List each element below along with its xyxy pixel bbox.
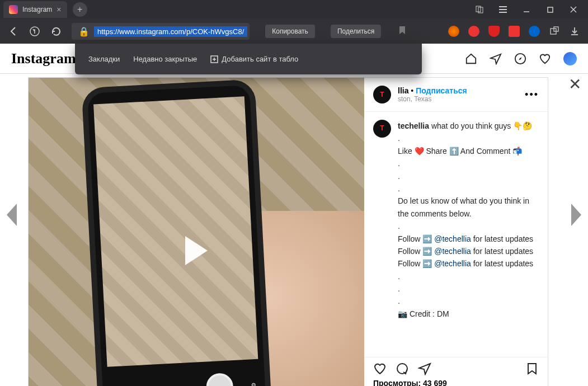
yandex-home-icon[interactable] xyxy=(29,26,40,37)
more-options-button[interactable]: ••• xyxy=(525,89,539,101)
tab-title: Instagram xyxy=(22,6,52,13)
explore-icon[interactable] xyxy=(514,53,526,65)
extension-icon-1[interactable] xyxy=(448,26,459,37)
home-icon[interactable] xyxy=(465,53,477,65)
page-content: Instagram ✕ ЗАМЕДЛЕННО ВИДЕО ⚙ xyxy=(0,44,588,386)
copy-url-button[interactable]: Копировать xyxy=(265,25,315,38)
svg-rect-6 xyxy=(548,7,553,12)
next-post-button[interactable] xyxy=(571,204,588,226)
post-caption: T techellia what do you think guys 👇🤔. L… xyxy=(364,112,548,357)
extension-icon-5[interactable] xyxy=(529,26,540,37)
post-header: T llia • Подписаться ston, Texas ••• xyxy=(364,78,548,112)
sidebar-toggle-icon[interactable] xyxy=(472,2,487,17)
post-sidebar: T llia • Подписаться ston, Texas ••• T t… xyxy=(364,78,548,386)
caption-username[interactable]: techellia xyxy=(398,121,429,130)
extensions-menu-icon[interactable] xyxy=(549,26,560,37)
author-avatar[interactable]: T xyxy=(373,86,391,103)
browser-toolbar: 🔒 https://www.instagram.com/p/COK-hWvgsC… xyxy=(0,19,588,44)
phone-graphic: ЗАМЕДЛЕННО ВИДЕО ⚙ xyxy=(82,79,272,386)
browser-tab[interactable]: Instagram × xyxy=(3,1,67,18)
post-media[interactable]: ЗАМЕДЛЕННО ВИДЕО ⚙ 🔇 xyxy=(29,78,364,386)
view-count[interactable]: Просмотры: 43 699 xyxy=(373,379,539,386)
post-actions: Просмотры: 43 699 2 ДНЕЙ НАЗАД xyxy=(364,357,548,386)
share-button[interactable] xyxy=(418,362,431,375)
close-tab-icon[interactable]: × xyxy=(57,5,61,14)
close-window-button[interactable] xyxy=(566,2,581,17)
profile-avatar[interactable] xyxy=(563,52,577,65)
messages-icon[interactable] xyxy=(490,53,502,65)
lock-icon: 🔒 xyxy=(74,26,94,37)
save-button[interactable] xyxy=(525,362,539,375)
share-url-button[interactable]: Поделиться xyxy=(331,25,381,38)
author-username[interactable]: llia xyxy=(398,86,408,95)
mention-link[interactable]: @techellia xyxy=(434,247,471,256)
shutter-graphic xyxy=(206,373,234,386)
dropdown-bookmarks[interactable]: Закладки xyxy=(88,55,120,63)
comment-button[interactable] xyxy=(396,362,409,375)
bookmark-icon[interactable] xyxy=(398,26,407,37)
dropdown-recently-closed[interactable]: Недавно закрытые xyxy=(133,55,197,63)
dropdown-add-site[interactable]: Добавить сайт в табло xyxy=(210,55,298,63)
post-modal: ЗАМЕДЛЕННО ВИДЕО ⚙ 🔇 T llia • Подписатьс… xyxy=(28,77,548,386)
extension-icon-4[interactable] xyxy=(509,26,520,37)
extension-icon-3[interactable] xyxy=(488,26,500,37)
mention-link[interactable]: @techellia xyxy=(434,259,471,268)
instagram-favicon xyxy=(9,5,18,14)
address-bar[interactable]: 🔒 https://www.instagram.com/p/COK-hWvgsC… xyxy=(72,23,250,40)
mention-link[interactable]: @techellia xyxy=(434,234,471,243)
downloads-icon[interactable] xyxy=(569,26,580,37)
instagram-logo[interactable]: Instagram xyxy=(11,50,76,67)
menu-icon[interactable] xyxy=(495,2,511,17)
reload-button[interactable] xyxy=(50,26,62,37)
browser-titlebar: Instagram × + xyxy=(0,0,588,19)
url-text[interactable]: https://www.instagram.com/p/COK-hWvgsC8/ xyxy=(94,26,247,37)
back-button[interactable] xyxy=(8,26,19,37)
activity-heart-icon[interactable] xyxy=(539,53,551,65)
minimize-button[interactable] xyxy=(519,2,534,17)
post-location[interactable]: ston, Texas xyxy=(398,95,467,103)
caption-avatar[interactable]: T xyxy=(373,120,391,138)
maximize-button[interactable] xyxy=(542,2,558,17)
like-button[interactable] xyxy=(373,362,387,375)
close-modal-button[interactable]: ✕ xyxy=(568,75,581,93)
subscribe-link[interactable]: Подписаться xyxy=(416,86,467,95)
new-tab-button[interactable]: + xyxy=(73,2,87,17)
url-dropdown-panel: Закладки Недавно закрытые Добавить сайт … xyxy=(75,44,422,74)
play-button[interactable] xyxy=(185,236,208,265)
extension-icon-2[interactable] xyxy=(468,26,479,37)
plus-box-icon xyxy=(210,55,218,63)
prev-post-button[interactable] xyxy=(0,204,17,226)
